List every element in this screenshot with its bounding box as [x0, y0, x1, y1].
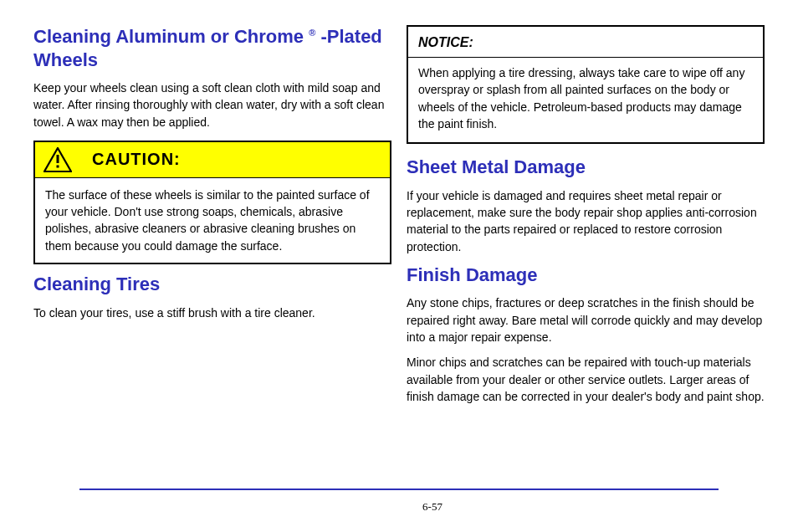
caution-header: CAUTION: — [35, 142, 390, 177]
heading-clean-tires: Cleaning Tires — [33, 273, 391, 296]
footer-divider — [79, 489, 719, 490]
caution-box: CAUTION: The surface of these wheels is … — [33, 141, 391, 264]
notice-box: NOTICE: When applying a tire dressing, a… — [407, 25, 765, 144]
notice-label: NOTICE: — [408, 27, 763, 58]
heading-prefix: Cleaning Aluminum or Chrome — [33, 26, 304, 47]
heading-sheet-metal: Sheet Metal Damage — [407, 156, 765, 179]
wheels-paragraph: Keep your wheels clean using a soft clea… — [33, 79, 391, 130]
svg-rect-0 — [57, 155, 59, 163]
caution-body: The surface of these wheels is similar t… — [35, 177, 390, 263]
tires-paragraph: To clean your tires, use a stiff brush w… — [33, 304, 391, 321]
registered-icon: ® — [309, 28, 315, 38]
finish-damage-paragraph-2: Minor chips and scratches can be repaire… — [407, 354, 765, 405]
notice-body: When applying a tire dressing, always ta… — [408, 58, 763, 142]
finish-damage-paragraph-1: Any stone chips, fractures or deep scrat… — [407, 294, 765, 345]
svg-rect-1 — [57, 165, 59, 167]
page-number: 6-57 — [33, 500, 798, 514]
warning-triangle-icon — [43, 147, 72, 172]
heading-finish-damage: Finish Damage — [407, 263, 765, 287]
heading-clean-wheels: Cleaning Aluminum or Chrome ® -Plated Wh… — [33, 25, 391, 71]
caution-label: CAUTION: — [92, 150, 181, 169]
sheet-metal-paragraph: If your vehicle is damaged and requires … — [407, 187, 765, 255]
